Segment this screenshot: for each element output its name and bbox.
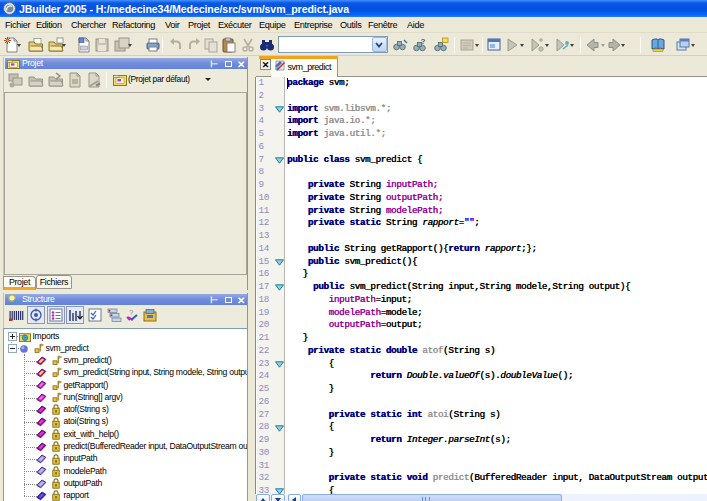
svg-text:?: ? [129, 308, 134, 317]
svg-text:?: ? [421, 37, 426, 46]
